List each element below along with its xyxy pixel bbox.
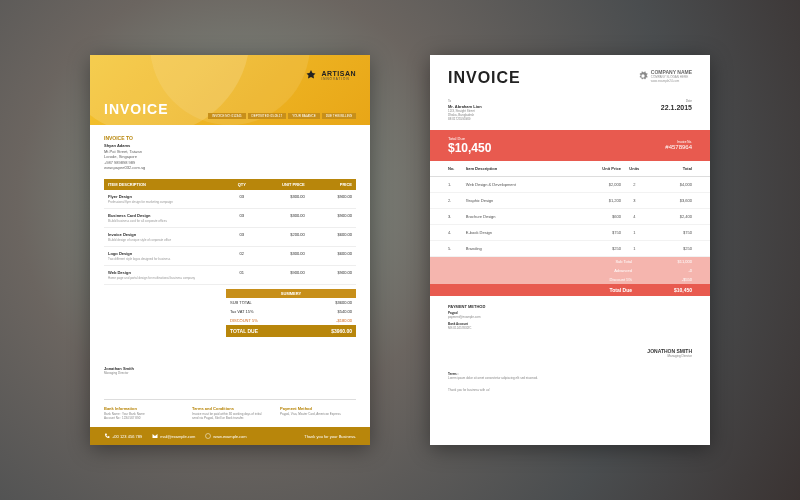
date-label: Date [661, 99, 692, 103]
footer-bar: +00 123 456 789 mail@example.com www.exa… [90, 427, 370, 445]
tab: DUE THIS BILLING [322, 113, 356, 119]
tab: YOUR BALANCE [288, 113, 320, 119]
bill-to: To Mr. Abraham Lion 12/3, Straight Stree… [448, 99, 482, 122]
summary: Sub Total$11,000 Advanced-0 Discount 5%-… [430, 257, 710, 296]
svg-point-0 [206, 434, 211, 439]
date-value: 22.1.2015 [661, 104, 692, 111]
summary-total: Total Due$10,450 [430, 284, 710, 296]
line-item: 1.Web Design & Development$2,0002$4,000 [430, 177, 710, 193]
summary-row: Sub Total$11,000 [430, 257, 710, 266]
total-due-bar: Total Due $10,450 Invoice No. #4578964 [430, 130, 710, 161]
phone: +00 123 456 789 [104, 433, 142, 439]
col-total: Total [648, 166, 692, 171]
bill-to-label: To [448, 99, 482, 103]
footer-info: Bank InformationBank Name : Your Bank Na… [104, 399, 356, 421]
email: mail@example.com [152, 433, 195, 439]
website: www.example.com [205, 433, 246, 439]
col-description: Item Description [466, 166, 577, 171]
invoice-template-red: INVOICE COMPANY NAME COMPANY SLOGAN HERE… [430, 55, 710, 445]
bill-to-address: Shyan Adams Mt.Pat Street, Taiwan Lorode… [104, 143, 356, 171]
summary-row-discount: DISCOUNT 5%-$180.00 [226, 316, 356, 325]
line-item: 5.Branding$2501$250 [430, 241, 710, 257]
payment-paypal: Paypalpayment@example.com [448, 311, 485, 319]
footer-thanks: Thank you for your Business. [304, 434, 356, 439]
summary-row: Discount 5%-$550 [430, 275, 710, 284]
summary-row: SUB TOTAL$3600.00 [226, 298, 356, 307]
bank-info: Bank InformationBank Name : Your Bank Na… [104, 406, 180, 421]
thanks: Thank you for business with us! [430, 384, 710, 402]
summary-total: TOTAL DUE$3960.00 [226, 325, 356, 337]
line-item: Logo DesignTwo different style logos des… [104, 247, 356, 266]
invoice-meta: To Mr. Abraham Lion 12/3, Straight Stree… [430, 95, 710, 130]
invoice-template-gold: ARTISAN INNOVATION INVOICE INVOICE NO: 0… [90, 55, 370, 445]
line-item: 2.Graphic Design$1,2003$3,600 [430, 193, 710, 209]
invoice-title: INVOICE [104, 101, 169, 117]
line-item: 4.E-book Design$7501$750 [430, 225, 710, 241]
line-item: Flyer DesignProfessional flyer design fo… [104, 190, 356, 209]
items-list: Flyer DesignProfessional flyer design fo… [104, 190, 356, 285]
bill-to-address: 12/3, Straight Street Dhaka, Bangladesh … [448, 110, 482, 122]
line-item: 3.Brochure Design$6004$2,400 [430, 209, 710, 225]
terms: Terms : Lorem ipsum dolor sit amet conse… [430, 368, 710, 384]
signature: Jonathan Smith Managing Director [104, 366, 134, 375]
tab: INVOICE NO: 012345 [208, 113, 245, 119]
invoice-title: INVOICE [448, 69, 521, 87]
summary-label: SUMMERY [226, 289, 356, 298]
invoice-number-block: Invoice No. #4578964 [665, 140, 692, 150]
col-qty: QTY [226, 182, 257, 187]
col-price: PRICE [305, 182, 352, 187]
summary-row: Advanced-0 [430, 266, 710, 275]
line-item: Business Card DesignBi-fold business car… [104, 209, 356, 228]
header: INVOICE COMPANY NAME COMPANY SLOGAN HERE… [430, 55, 710, 95]
summary-row: Tax VAT 15%$540.00 [226, 307, 356, 316]
terms-info: Terms and ConditionsInvoice must be paid… [192, 406, 268, 421]
payment-info: Payment MethodPaypal, Visa, Master Card,… [280, 406, 356, 421]
col-units: Units [621, 166, 648, 171]
items-list: 1.Web Design & Development$2,0002$4,0002… [430, 177, 710, 257]
mail-icon [152, 433, 158, 439]
line-item: Web DesignHome page and portal design fo… [104, 266, 356, 285]
summary-box: SUMMERY SUB TOTAL$3600.00 Tax VAT 15%$54… [226, 289, 356, 337]
brand-tagline: INNOVATION [321, 77, 356, 81]
footer-contacts: +00 123 456 789 mail@example.com www.exa… [104, 433, 247, 439]
line-item: Invoice DesignBi-fold design of unique s… [104, 228, 356, 247]
globe-icon [205, 433, 211, 439]
col-unit-price: UNIT PRICE [258, 182, 305, 187]
payment-method: PAYMENT METHOD Paypalpayment@example.com… [430, 296, 710, 339]
col-no: No. [448, 166, 466, 171]
bill-to-label: INVOICE TO [104, 135, 356, 141]
signer-title: Managing Director [104, 371, 134, 375]
signature: JONATHON SMITH Managing Director [430, 338, 710, 368]
payment-heading: PAYMENT METHOD [448, 304, 485, 309]
payment-bank: Bank AccountMS 012457832IC [448, 322, 485, 330]
invoice-body: INVOICE TO Shyan Adams Mt.Pat Street, Ta… [90, 125, 370, 347]
tab: DEPOSITED: 05.09.17 [248, 113, 287, 119]
due-amount: $10,450 [448, 141, 491, 155]
invno-value: #4578964 [665, 144, 692, 150]
items-header: ITEM DESCRIPTION QTY UNIT PRICE PRICE [104, 179, 356, 190]
brand-site: www.example24.com [651, 79, 692, 83]
brand-logo: COMPANY NAME COMPANY SLOGAN HERE www.exa… [638, 69, 692, 83]
due-amount-block: Total Due $10,450 [448, 136, 491, 155]
header-tabs: INVOICE NO: 012345 DEPOSITED: 05.09.17 Y… [208, 113, 356, 119]
gear-icon [638, 71, 648, 81]
bill-to-lines: Mt.Pat Street, Taiwan Lorode, Singapore … [104, 149, 356, 171]
logo-icon [305, 69, 317, 81]
col-description: ITEM DESCRIPTION [108, 182, 226, 187]
brand-logo: ARTISAN INNOVATION [305, 69, 356, 81]
phone-icon [104, 433, 110, 439]
items-header: No. Item Description Unit Price Units To… [430, 161, 710, 177]
brand-name: ARTISAN [321, 70, 356, 77]
invoice-date: Date 22.1.2015 [661, 99, 692, 122]
col-unit-price: Unit Price [577, 166, 621, 171]
signer-title: Managing Director [448, 354, 692, 358]
header: ARTISAN INNOVATION INVOICE INVOICE NO: 0… [90, 55, 370, 125]
